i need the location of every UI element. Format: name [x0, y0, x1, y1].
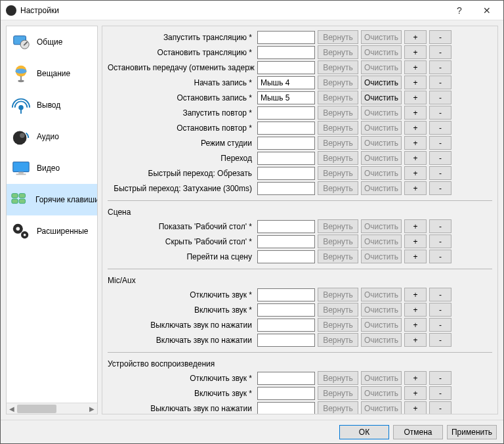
hotkey-input[interactable] [257, 235, 315, 248]
ok-button[interactable]: ОК [339, 425, 389, 439]
remove-button[interactable]: - [429, 151, 452, 165]
hotkey-input[interactable] [257, 61, 315, 74]
remove-button[interactable]: - [429, 371, 452, 385]
clear-button[interactable]: Очистить [361, 166, 402, 180]
clear-button[interactable]: Очистить [361, 318, 402, 332]
add-button[interactable]: + [404, 106, 427, 120]
remove-button[interactable]: - [429, 234, 452, 248]
remove-button[interactable]: - [429, 76, 452, 89]
hotkey-input[interactable] [257, 402, 315, 415]
undo-button[interactable]: Вернуть [318, 371, 358, 385]
clear-button[interactable]: Очистить [361, 151, 402, 165]
sidebar-item-6[interactable]: Расширенные [7, 215, 97, 247]
remove-button[interactable]: - [429, 288, 452, 301]
add-button[interactable]: + [404, 386, 427, 400]
undo-button[interactable]: Вернуть [318, 219, 358, 233]
add-button[interactable]: + [404, 333, 427, 347]
undo-button[interactable]: Вернуть [318, 333, 358, 347]
hotkey-input[interactable] [257, 137, 315, 150]
hotkey-input[interactable] [257, 46, 315, 59]
add-button[interactable]: + [404, 30, 427, 44]
undo-button[interactable]: Вернуть [318, 318, 358, 332]
remove-button[interactable]: - [429, 401, 452, 414]
undo-button[interactable]: Вернуть [318, 45, 358, 59]
undo-button[interactable]: Вернуть [318, 386, 358, 400]
hotkey-input[interactable] [257, 91, 315, 104]
add-button[interactable]: + [404, 288, 427, 301]
sidebar-item-1[interactable]: Вещание [7, 58, 97, 89]
undo-button[interactable]: Вернуть [318, 234, 358, 248]
clear-button[interactable]: Очистить [361, 371, 402, 385]
clear-button[interactable]: Очистить [361, 234, 402, 248]
undo-button[interactable]: Вернуть [318, 151, 358, 165]
cancel-button[interactable]: Отмена [393, 425, 443, 439]
add-button[interactable]: + [404, 166, 427, 180]
hotkey-input[interactable] [257, 76, 315, 89]
clear-button[interactable]: Очистить [361, 303, 402, 317]
remove-button[interactable]: - [429, 45, 452, 59]
close-button[interactable]: ✕ [473, 1, 501, 20]
add-button[interactable]: + [404, 234, 427, 248]
add-button[interactable]: + [404, 318, 427, 332]
add-button[interactable]: + [404, 91, 427, 104]
remove-button[interactable]: - [429, 386, 452, 400]
add-button[interactable]: + [404, 151, 427, 165]
clear-button[interactable]: Очистить [361, 76, 402, 89]
undo-button[interactable]: Вернуть [318, 60, 358, 74]
hotkey-input[interactable] [257, 31, 315, 44]
hotkey-input[interactable] [257, 387, 315, 400]
remove-button[interactable]: - [429, 91, 452, 104]
remove-button[interactable]: - [429, 166, 452, 180]
remove-button[interactable]: - [429, 219, 452, 233]
undo-button[interactable]: Вернуть [318, 250, 358, 263]
undo-button[interactable]: Вернуть [318, 106, 358, 120]
add-button[interactable]: + [404, 121, 427, 135]
hotkey-input[interactable] [257, 106, 315, 120]
undo-button[interactable]: Вернуть [318, 401, 358, 414]
undo-button[interactable]: Вернуть [318, 121, 358, 135]
scroll-thumb[interactable] [17, 405, 56, 413]
remove-button[interactable]: - [429, 333, 452, 347]
scroll-right-icon[interactable]: ▶ [87, 403, 97, 414]
undo-button[interactable]: Вернуть [318, 76, 358, 89]
clear-button[interactable]: Очистить [361, 288, 402, 301]
remove-button[interactable]: - [429, 60, 452, 74]
remove-button[interactable]: - [429, 121, 452, 135]
hotkey-input[interactable] [257, 122, 315, 135]
undo-button[interactable]: Вернуть [318, 91, 358, 104]
hotkey-input[interactable] [257, 167, 315, 180]
hotkey-input[interactable] [257, 220, 315, 233]
remove-button[interactable]: - [429, 106, 452, 120]
undo-button[interactable]: Вернуть [318, 181, 358, 195]
undo-button[interactable]: Вернуть [318, 166, 358, 180]
remove-button[interactable]: - [429, 318, 452, 332]
clear-button[interactable]: Очистить [361, 45, 402, 59]
hotkey-input[interactable] [257, 250, 315, 263]
add-button[interactable]: + [404, 136, 427, 150]
clear-button[interactable]: Очистить [361, 136, 402, 150]
clear-button[interactable]: Очистить [361, 121, 402, 135]
clear-button[interactable]: Очистить [361, 219, 402, 233]
apply-button[interactable]: Применить [447, 425, 497, 439]
clear-button[interactable]: Очистить [361, 333, 402, 347]
clear-button[interactable]: Очистить [361, 401, 402, 414]
hotkey-input[interactable] [257, 303, 315, 317]
help-button[interactable]: ? [446, 1, 473, 20]
remove-button[interactable]: - [429, 30, 452, 44]
clear-button[interactable]: Очистить [361, 60, 402, 74]
add-button[interactable]: + [404, 371, 427, 385]
sidebar-item-2[interactable]: Вывод [7, 89, 97, 121]
sidebar-scrollbar[interactable]: ◀ ▶ [7, 403, 97, 414]
add-button[interactable]: + [404, 76, 427, 89]
add-button[interactable]: + [404, 219, 427, 233]
remove-button[interactable]: - [429, 250, 452, 263]
clear-button[interactable]: Очистить [361, 250, 402, 263]
undo-button[interactable]: Вернуть [318, 303, 358, 317]
hotkey-input[interactable] [257, 334, 315, 347]
hotkey-input[interactable] [257, 182, 315, 195]
clear-button[interactable]: Очистить [361, 106, 402, 120]
hotkey-input[interactable] [257, 372, 315, 385]
add-button[interactable]: + [404, 250, 427, 263]
clear-button[interactable]: Очистить [361, 91, 402, 104]
remove-button[interactable]: - [429, 181, 452, 195]
